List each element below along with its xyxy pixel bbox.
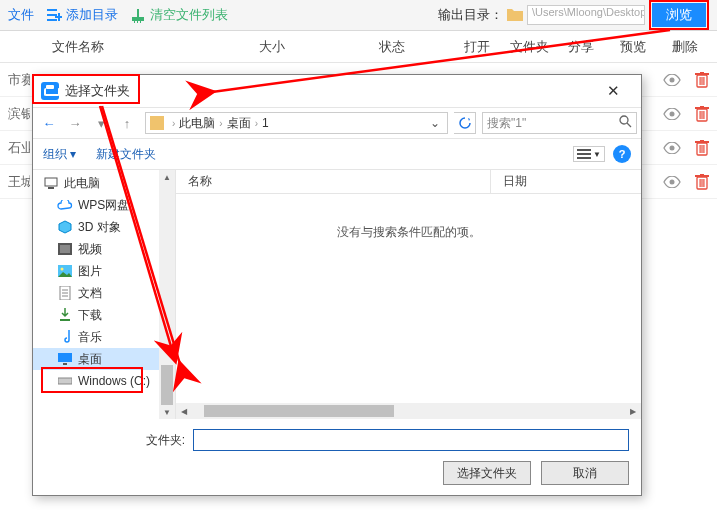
annotation-box-browse: 浏览 [649, 0, 709, 30]
preview-icon[interactable] [663, 108, 681, 120]
content-col-date[interactable]: 日期 [491, 173, 641, 190]
svg-rect-15 [701, 77, 702, 85]
nav-back-icon[interactable]: ← [37, 111, 61, 135]
scroll-left-icon[interactable]: ◀ [176, 407, 192, 416]
help-icon[interactable]: ? [613, 145, 631, 163]
svg-rect-22 [701, 111, 702, 119]
app-toolbar: 文件 添加目录 清空文件列表 输出目录： \Users\Mloong\Deskt… [0, 0, 717, 31]
file-label: 文件 [8, 6, 34, 24]
preview-icon[interactable] [663, 142, 681, 154]
tree-item-this-pc[interactable]: 此电脑 [33, 172, 175, 194]
tree-item-wps[interactable]: WPS网盘 [33, 194, 175, 216]
svg-rect-35 [700, 179, 701, 187]
col-filename: 文件名称 [12, 38, 212, 56]
drive-icon [57, 373, 73, 389]
scroll-thumb[interactable] [204, 405, 394, 417]
scroll-down-icon[interactable]: ▼ [159, 405, 175, 419]
tree-item-music[interactable]: 音乐 [33, 326, 175, 348]
svg-rect-20 [700, 106, 704, 108]
svg-rect-37 [703, 179, 704, 187]
tree-item-pictures[interactable]: 图片 [33, 260, 175, 282]
folder-name-input[interactable] [193, 429, 629, 451]
desktop-icon [57, 351, 73, 367]
select-folder-button[interactable]: 选择文件夹 [443, 461, 531, 485]
content-col-name[interactable]: 名称 [176, 170, 491, 193]
select-folder-dialog: 选择文件夹 ✕ ← → ▾ ↑ › 此电脑 › 桌面 › 1 ⌄ 搜索"1" 组… [32, 74, 642, 496]
music-icon [57, 329, 73, 345]
nav-forward-icon[interactable]: → [63, 111, 87, 135]
dialog-titlebar: 选择文件夹 ✕ [33, 75, 641, 107]
tree-item-documents[interactable]: 文档 [33, 282, 175, 304]
organize-menu[interactable]: 组织 ▾ [43, 146, 76, 163]
add-dir-button[interactable]: 添加目录 [46, 6, 118, 24]
svg-rect-21 [700, 111, 701, 119]
svg-rect-46 [60, 245, 70, 253]
nav-up-icon[interactable]: ↑ [115, 111, 139, 135]
chevron-right-icon: › [255, 118, 258, 129]
scroll-thumb[interactable] [161, 365, 173, 405]
breadcrumb-folder[interactable]: 1 [262, 116, 269, 130]
tree-item-windows-c[interactable]: Windows (C:) [33, 370, 175, 392]
svg-rect-1 [47, 14, 57, 16]
svg-rect-6 [137, 9, 139, 17]
tree-item-video[interactable]: 视频 [33, 238, 175, 260]
file-menu-button[interactable]: 文件 [8, 6, 34, 24]
col-share: 分享 [561, 38, 601, 56]
col-preview: 预览 [613, 38, 653, 56]
clear-list-button[interactable]: 清空文件列表 [130, 6, 228, 24]
svg-rect-34 [700, 174, 704, 176]
delete-icon[interactable] [695, 140, 709, 156]
dialog-footer: 文件夹: 选择文件夹 取消 [33, 419, 641, 495]
tree-item-desktop[interactable]: 桌面 [33, 348, 175, 370]
pc-icon [43, 175, 59, 191]
refresh-icon[interactable] [454, 112, 476, 134]
dialog-nav-bar: ← → ▾ ↑ › 此电脑 › 桌面 › 1 ⌄ 搜索"1" [33, 107, 641, 139]
svg-line-39 [627, 123, 631, 127]
delete-icon[interactable] [695, 106, 709, 122]
svg-point-38 [620, 116, 628, 124]
svg-rect-42 [577, 157, 591, 159]
chevron-down-icon: ▼ [593, 150, 601, 159]
preview-icon[interactable] [663, 176, 681, 188]
tree-scrollbar[interactable]: ▲ ▼ [159, 170, 175, 419]
new-folder-button[interactable]: 新建文件夹 [96, 146, 156, 163]
list-add-icon [46, 7, 62, 23]
svg-rect-16 [703, 77, 704, 85]
output-path-field[interactable]: \Users\Mloong\Desktop\ [527, 5, 645, 25]
nav-recent-dropdown-icon[interactable]: ▾ [89, 111, 113, 135]
breadcrumb-pc[interactable]: 此电脑 [179, 115, 215, 132]
view-mode-dropdown[interactable]: ▼ [573, 146, 605, 162]
svg-rect-44 [48, 187, 54, 189]
svg-point-10 [670, 77, 675, 82]
svg-rect-7 [134, 19, 135, 23]
close-icon[interactable]: ✕ [593, 82, 633, 100]
chevron-right-icon: › [219, 118, 222, 129]
file-name-cell: 市赛 [8, 71, 30, 89]
file-name-cell: 滨银 [8, 105, 30, 123]
content-h-scrollbar[interactable]: ◀ ▶ [176, 403, 641, 419]
dialog-body: 此电脑 WPS网盘 3D 对象 视频 图片 [33, 169, 641, 419]
col-status: 状态 [332, 38, 452, 56]
video-icon [57, 241, 73, 257]
tree-item-3d[interactable]: 3D 对象 [33, 216, 175, 238]
file-name-cell: 石业 [8, 139, 30, 157]
svg-rect-14 [700, 77, 701, 85]
cube-icon [57, 219, 73, 235]
file-list-header: 文件名称 大小 状态 打开 文件夹 分享 预览 删除 [0, 31, 717, 63]
search-input[interactable]: 搜索"1" [482, 112, 637, 134]
breadcrumb-desktop[interactable]: 桌面 [227, 115, 251, 132]
col-open: 打开 [457, 38, 497, 56]
scroll-up-icon[interactable]: ▲ [159, 170, 175, 184]
tree-item-downloads[interactable]: 下载 [33, 304, 175, 326]
browse-button[interactable]: 浏览 [652, 3, 706, 27]
svg-rect-54 [58, 353, 72, 362]
scroll-right-icon[interactable]: ▶ [625, 407, 641, 416]
preview-icon[interactable] [663, 74, 681, 86]
delete-icon[interactable] [695, 174, 709, 190]
delete-icon[interactable] [695, 72, 709, 88]
svg-rect-13 [700, 72, 704, 74]
breadcrumb[interactable]: › 此电脑 › 桌面 › 1 ⌄ [145, 112, 448, 134]
breadcrumb-dropdown-icon[interactable]: ⌄ [430, 116, 443, 130]
cancel-button[interactable]: 取消 [541, 461, 629, 485]
svg-rect-9 [140, 19, 141, 23]
